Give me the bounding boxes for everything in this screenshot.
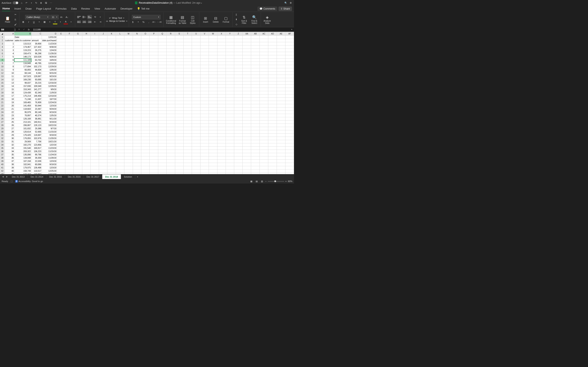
- cell-K20[interactable]: [107, 98, 116, 101]
- save-icon[interactable]: 🗎: [40, 1, 43, 4]
- align-left-icon[interactable]: [77, 20, 81, 24]
- cell-H24[interactable]: [82, 111, 90, 114]
- cell-U28[interactable]: [192, 124, 200, 127]
- conditional-formatting-button[interactable]: ▦ Conditional Formatting: [165, 15, 177, 25]
- cell-J29[interactable]: [99, 127, 107, 130]
- cell-W21[interactable]: [209, 101, 217, 104]
- cell-F25[interactable]: [65, 114, 74, 117]
- cell-R34[interactable]: [167, 143, 175, 147]
- cell-L9[interactable]: [116, 62, 124, 65]
- search-icon[interactable]: 🔍: [284, 1, 287, 4]
- cell-A24[interactable]: 22: [4, 111, 14, 114]
- cell-C38[interactable]: 39,359: [31, 156, 42, 160]
- cell-AF29[interactable]: [285, 127, 294, 130]
- cell-G31[interactable]: [74, 133, 82, 137]
- cell-M10[interactable]: [124, 65, 133, 68]
- cell-AE17[interactable]: [277, 88, 285, 91]
- cell-H9[interactable]: [82, 62, 90, 65]
- cell-T32[interactable]: [183, 137, 192, 140]
- cell-L2[interactable]: [116, 39, 124, 42]
- cell-K18[interactable]: [107, 91, 116, 94]
- cell-E22[interactable]: [57, 104, 65, 108]
- cell-N21[interactable]: [133, 101, 141, 104]
- cell-X16[interactable]: [217, 85, 226, 88]
- cell-Y8[interactable]: [226, 58, 234, 62]
- cell-AC23[interactable]: [260, 108, 268, 111]
- cell-N20[interactable]: [133, 98, 141, 101]
- cell-AF10[interactable]: [285, 65, 294, 68]
- cell-AB7[interactable]: [251, 55, 260, 58]
- home-icon[interactable]: ⌂: [20, 1, 23, 4]
- cell-AB9[interactable]: [251, 62, 260, 65]
- cell-Y18[interactable]: [226, 91, 234, 94]
- cell-Y31[interactable]: [226, 133, 234, 137]
- cell-F7[interactable]: [65, 55, 74, 58]
- row-header-40[interactable]: 40: [0, 163, 5, 166]
- find-select-button[interactable]: 🔍 Find & Select: [250, 15, 259, 25]
- cell-B11[interactable]: 60,055: [14, 68, 31, 72]
- cell-styles-button[interactable]: ◫ Cell Styles: [188, 15, 198, 25]
- cell-E33[interactable]: [57, 140, 65, 143]
- cell-Y41[interactable]: [226, 166, 234, 169]
- cell-D25[interactable]: 12/5/18: [42, 114, 57, 117]
- cell-AE28[interactable]: [277, 124, 285, 127]
- cell-AA15[interactable]: [242, 81, 251, 85]
- cell-AD19[interactable]: [268, 94, 277, 98]
- cell-AD26[interactable]: [268, 117, 277, 120]
- cell-P18[interactable]: [150, 91, 158, 94]
- cell-AB27[interactable]: [251, 120, 260, 124]
- cell-J32[interactable]: [99, 137, 107, 140]
- cell-J42[interactable]: [99, 169, 107, 173]
- cell-AB4[interactable]: [251, 45, 260, 49]
- cell-U27[interactable]: [192, 120, 200, 124]
- cell-R23[interactable]: [167, 108, 175, 111]
- cell-O14[interactable]: [141, 78, 149, 81]
- cell-M8[interactable]: [124, 58, 133, 62]
- name-box[interactable]: B8: [0, 27, 14, 32]
- cell-AF1[interactable]: [285, 36, 294, 39]
- cell-AC10[interactable]: [260, 65, 268, 68]
- cell-R10[interactable]: [167, 65, 175, 68]
- cell-S3[interactable]: [175, 42, 183, 45]
- cell-L5[interactable]: [116, 49, 124, 52]
- cell-AD27[interactable]: [268, 120, 277, 124]
- cell-T29[interactable]: [183, 127, 192, 130]
- cell-L17[interactable]: [116, 88, 124, 91]
- cell-D23[interactable]: 9/24/18: [42, 108, 57, 111]
- cell-R30[interactable]: [167, 130, 175, 133]
- cell-T18[interactable]: [183, 91, 192, 94]
- cell-B4[interactable]: 174,467: [14, 45, 31, 49]
- cell-L12[interactable]: [116, 72, 124, 75]
- cell-F22[interactable]: [65, 104, 74, 108]
- cell-AE7[interactable]: [277, 55, 285, 58]
- cell-I28[interactable]: [91, 124, 99, 127]
- sheet-tab-Dec-31-2017[interactable]: Dec 31 2017: [84, 174, 102, 179]
- cell-AD29[interactable]: [268, 127, 277, 130]
- cell-AC12[interactable]: [260, 72, 268, 75]
- cell-W5[interactable]: [209, 49, 217, 52]
- cell-H19[interactable]: [82, 94, 90, 98]
- cell-C11[interactable]: 44,604: [31, 68, 42, 72]
- cell-Q29[interactable]: [158, 127, 166, 130]
- row-header-42[interactable]: 42: [0, 169, 5, 173]
- cell-AF27[interactable]: [285, 120, 294, 124]
- cell-K40[interactable]: [107, 163, 116, 166]
- cell-Y16[interactable]: [226, 85, 234, 88]
- cell-AD10[interactable]: [268, 65, 277, 68]
- cell-G17[interactable]: [74, 88, 82, 91]
- cell-X22[interactable]: [217, 104, 226, 108]
- cell-C8[interactable]: 63,702: [31, 58, 42, 62]
- fill-dropdown[interactable]: ▾: [58, 20, 63, 24]
- cell-R19[interactable]: [167, 94, 175, 98]
- cell-R8[interactable]: [167, 58, 175, 62]
- cell-K29[interactable]: [107, 127, 116, 130]
- cell-T40[interactable]: [183, 163, 192, 166]
- cell-Z23[interactable]: [234, 108, 242, 111]
- orientation-dropdown[interactable]: ▾: [98, 15, 103, 19]
- title-dropdown-icon[interactable]: ▾: [201, 2, 202, 4]
- cell-F1[interactable]: [65, 36, 74, 39]
- cell-V12[interactable]: [200, 72, 209, 75]
- zoom-in-button[interactable]: +: [285, 180, 287, 183]
- cell-U9[interactable]: [192, 62, 200, 65]
- cell-I39[interactable]: [91, 160, 99, 163]
